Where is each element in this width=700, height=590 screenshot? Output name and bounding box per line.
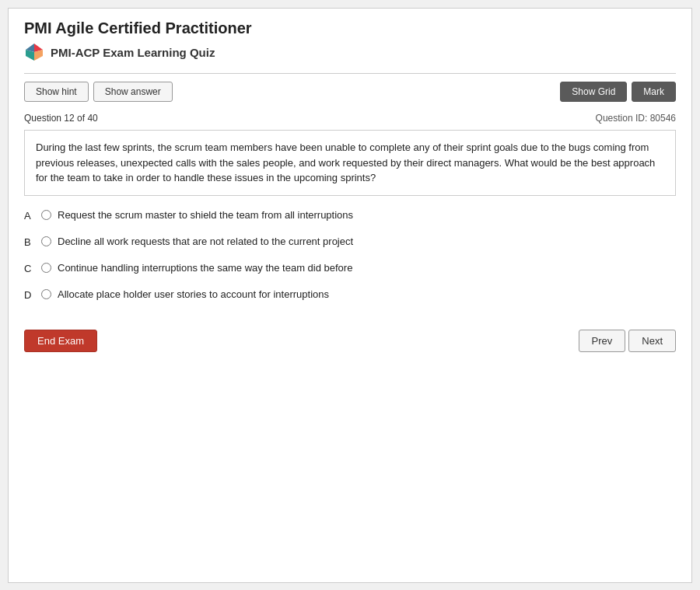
pmi-logo-icon bbox=[24, 42, 44, 62]
toolbar-left: Show hint Show answer bbox=[24, 82, 173, 102]
page-title: PMI Agile Certified Practitioner bbox=[24, 19, 676, 37]
option-radio-c[interactable] bbox=[41, 263, 51, 273]
app-brand: PMI-ACP Exam Learning Quiz bbox=[24, 42, 676, 62]
toolbar-right: Show Grid Mark bbox=[560, 82, 676, 102]
mark-button[interactable]: Mark bbox=[632, 82, 676, 102]
show-hint-button[interactable]: Show hint bbox=[24, 82, 89, 102]
show-grid-button[interactable]: Show Grid bbox=[560, 82, 627, 102]
option-row-b: B Decline all work requests that are not… bbox=[24, 235, 676, 249]
option-row-d: D Allocate place holder user stories to … bbox=[24, 288, 676, 302]
option-radio-d[interactable] bbox=[41, 289, 51, 299]
option-letter-b: B bbox=[24, 235, 35, 248]
nav-buttons: Prev Next bbox=[579, 330, 676, 352]
question-text: During the last few sprints, the scrum t… bbox=[24, 130, 676, 196]
option-text-d: Allocate place holder user stories to ac… bbox=[58, 288, 329, 302]
option-letter-d: D bbox=[24, 288, 35, 301]
footer-bar: End Exam Prev Next bbox=[9, 314, 691, 368]
options-section: A Request the scrum master to shield the… bbox=[9, 208, 691, 302]
option-letter-a: A bbox=[24, 208, 35, 222]
main-container: PMI Agile Certified Practitioner PMI-ACP… bbox=[8, 8, 692, 583]
prev-button[interactable]: Prev bbox=[579, 330, 626, 352]
option-text-a: Request the scrum master to shield the t… bbox=[58, 208, 353, 222]
toolbar: Show hint Show answer Show Grid Mark bbox=[9, 74, 691, 110]
end-exam-button[interactable]: End Exam bbox=[24, 330, 97, 352]
show-answer-button[interactable]: Show answer bbox=[93, 82, 173, 102]
question-meta: Question 12 of 40 Question ID: 80546 bbox=[9, 110, 691, 130]
option-text-c: Continue handling interruptions the same… bbox=[58, 261, 352, 275]
option-text-b: Decline all work requests that are not r… bbox=[58, 235, 353, 249]
option-radio-b[interactable] bbox=[41, 236, 51, 246]
brand-label: PMI-ACP Exam Learning Quiz bbox=[51, 46, 215, 59]
option-radio-a[interactable] bbox=[41, 210, 51, 220]
page-header: PMI Agile Certified Practitioner PMI-ACP… bbox=[9, 9, 691, 73]
next-button[interactable]: Next bbox=[628, 330, 676, 352]
option-row-a: A Request the scrum master to shield the… bbox=[24, 208, 676, 222]
question-id: Question ID: 80546 bbox=[596, 113, 676, 124]
option-row-c: C Continue handling interruptions the sa… bbox=[24, 261, 676, 275]
question-position: Question 12 of 40 bbox=[24, 113, 98, 124]
option-letter-c: C bbox=[24, 261, 35, 274]
